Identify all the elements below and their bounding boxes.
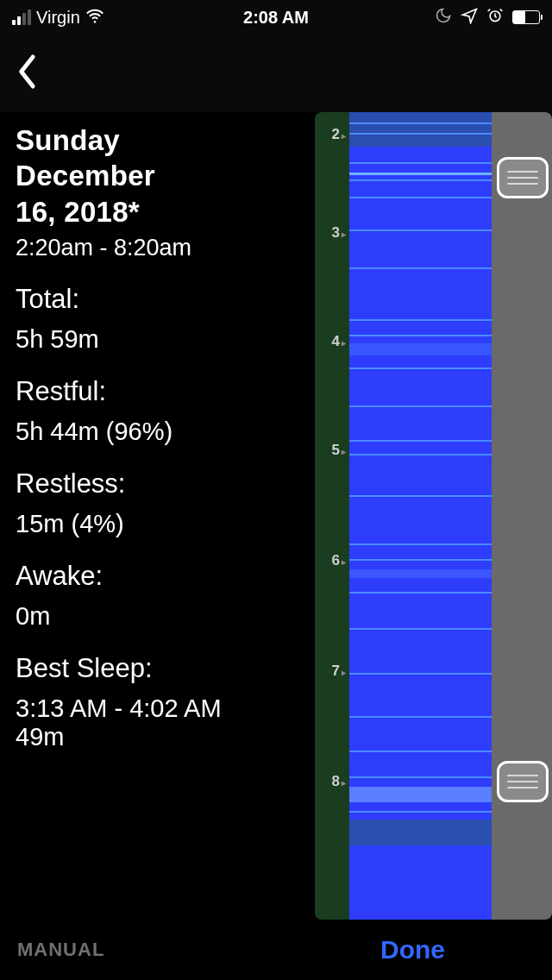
nav-bar [0, 35, 552, 112]
stats-column: Sunday December 16, 2018* 2:20am - 8:20a… [0, 112, 315, 920]
main-content: Sunday December 16, 2018* 2:20am - 8:20a… [0, 112, 552, 920]
stat-value: 3:13 AM - 4:02 AM 49m [16, 694, 315, 751]
stat-total: Total: 5h 59m [16, 284, 315, 354]
signal-icon [12, 9, 31, 25]
stat-restless: Restless: 15m (4%) [16, 468, 315, 538]
crop-handle-bottom[interactable] [497, 761, 549, 802]
carrier-label: Virgin [36, 8, 80, 28]
stat-label: Best Sleep: [16, 653, 315, 684]
hour-tick: 8 [315, 773, 346, 790]
stat-value: 5h 59m [16, 325, 315, 354]
moon-icon [435, 7, 452, 28]
hour-tick: 2 [315, 126, 346, 143]
wifi-icon [85, 6, 104, 28]
stat-awake: Awake: 0m [16, 561, 315, 631]
manual-button[interactable]: MANUAL [17, 939, 104, 961]
done-button[interactable]: Done [380, 935, 445, 964]
battery-icon [512, 10, 540, 24]
stat-label: Restless: [16, 468, 315, 499]
stat-restful: Restful: 5h 44m (96%) [16, 376, 315, 446]
status-right [435, 7, 540, 28]
footer: MANUAL Done [0, 920, 552, 980]
timeline-column: 2 3 4 5 6 7 8 [315, 112, 552, 920]
alarm-icon [486, 7, 504, 28]
hour-tick: 7 [315, 663, 346, 680]
stat-value: 5h 44m (96%) [16, 418, 315, 446]
hour-tick: 3 [315, 224, 346, 242]
date-line: 16, 2018* [16, 194, 315, 229]
status-time: 2:08 AM [243, 8, 309, 28]
stat-value: 15m (4%) [16, 510, 315, 538]
date-line: Sunday [16, 122, 315, 158]
crop-handle-top[interactable] [497, 157, 549, 198]
hour-tick: 5 [315, 442, 346, 459]
time-range: 2:20am - 8:20am [16, 235, 315, 261]
stat-best-sleep: Best Sleep: 3:13 AM - 4:02 AM 49m [16, 653, 315, 751]
date-line: December [16, 158, 315, 193]
best-value-line: 3:13 AM - 4:02 AM [16, 694, 315, 723]
date-title: Sunday December 16, 2018* [16, 122, 315, 229]
crop-column [492, 112, 552, 920]
location-icon [461, 7, 478, 28]
sleep-strip[interactable] [349, 112, 492, 920]
stat-value: 0m [16, 602, 315, 631]
stat-label: Total: [16, 284, 315, 315]
hour-tick: 6 [315, 552, 346, 569]
back-button[interactable] [16, 53, 40, 94]
stat-label: Restful: [16, 376, 315, 407]
status-bar: Virgin 2:08 AM [0, 0, 552, 35]
stat-label: Awake: [16, 561, 315, 592]
status-left: Virgin [12, 6, 104, 28]
hour-tick: 4 [315, 333, 346, 350]
best-value-line: 49m [16, 723, 315, 751]
hour-gutter: 2 3 4 5 6 7 8 [315, 112, 349, 920]
